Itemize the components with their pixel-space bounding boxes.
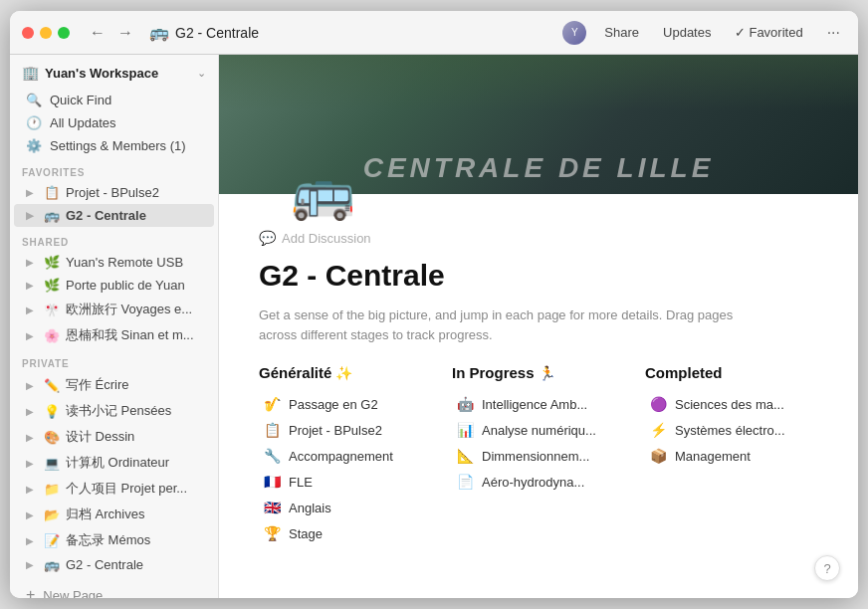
expand-arrow-icon: ▶ [26,187,38,198]
sidebar-item-sinan[interactable]: ▶ 🌸 恩楠和我 Sinan et m... [14,322,214,348]
more-button[interactable]: ··· [821,22,846,44]
expand-arrow-icon-active: ▶ [26,210,38,221]
board-progress-title: In Progress [452,364,535,381]
updates-button[interactable]: Updates [657,22,717,43]
titlebar-actions: Y Share Updates ✓ Favorited ··· [562,21,846,45]
intelligence-icon: 🤖 [456,396,474,412]
sidebar-item-g2-priv[interactable]: ▶ 🚌 G2 - Centrale [14,553,214,576]
sidebar-item-yuan-remote[interactable]: ▶ 🌿 Yuan's Remote USB [14,251,214,274]
nav-buttons: ← → [86,22,137,44]
expand-icon-3: ▶ [26,304,38,315]
ecrire-icon: ✏️ [44,378,60,393]
board-in-progress: In Progress 🏃 🤖 Intelligence Amb... 📊 An… [452,364,625,495]
boards-container: Généralité ✨ 🎷 Passage en G2 📋 Projet - … [259,364,818,546]
sidebar-item-g2-centrale[interactable]: ▶ 🚌 G2 - Centrale [14,204,214,227]
page-area: CENTRALE DE LILLE 🚌 💬 Add Discussion G2 … [219,55,858,598]
expand-icon-2: ▶ [26,280,38,291]
board-completed: Completed 🟣 Sciences des ma... ⚡ Système… [645,364,818,469]
new-page-label: New Page [43,588,103,599]
new-page-button[interactable]: + New Page [14,580,214,598]
expand-icon-1: ▶ [26,257,38,268]
back-button[interactable]: ← [86,22,109,44]
private-section-label: PRIVATE [10,348,218,372]
board-item-projet-bpulse[interactable]: 📋 Projet - BPulse2 [259,417,432,443]
sidebar-item-memos[interactable]: ▶ 📝 备忘录 Mémos [14,527,214,553]
dessin-icon: 🎨 [44,430,60,445]
projet-icon: 📋 [44,185,60,200]
settings-label: Settings & Members (1) [50,138,186,153]
workspace-chevron-icon: ⌄ [197,67,206,80]
page-title-text: G2 - Centrale [175,25,259,41]
close-button[interactable] [22,27,34,39]
board-item-intelligence[interactable]: 🤖 Intelligence Amb... [452,391,625,417]
help-button[interactable]: ? [814,555,840,581]
favorited-button[interactable]: ✓ Favorited [729,22,808,43]
board-item-stage[interactable]: 🏆 Stage [259,520,432,546]
board-item-management[interactable]: 📦 Management [645,443,818,469]
sidebar-item-quick-find[interactable]: 🔍 Quick Find [14,89,214,111]
forward-button[interactable]: → [113,22,137,44]
sidebar-item-porte-public[interactable]: ▶ 🌿 Porte public de Yuan [14,274,214,297]
analyse-label: Analyse numériqu... [482,423,596,438]
sidebar-item-dessin[interactable]: ▶ 🎨 设计 Dessin [14,424,214,450]
sidebar-item-pensees[interactable]: ▶ 💡 读书小记 Pensées [14,398,214,424]
traffic-lights [22,27,70,39]
board-completed-header: Completed [645,364,818,381]
sciences-label: Sciences des ma... [675,397,784,412]
add-discussion-button[interactable]: 💬 Add Discussion [259,226,818,250]
quick-find-label: Quick Find [50,93,111,107]
minimize-button[interactable] [40,27,52,39]
sidebar-item-ordinateur[interactable]: ▶ 💻 计算机 Ordinateur [14,450,214,476]
remote-icon: 🌿 [44,255,60,270]
favorites-section-label: FAVORITES [10,157,218,181]
board-item-fle[interactable]: 🇫🇷 FLE [259,469,432,495]
board-item-accompagnement[interactable]: 🔧 Accompagnement [259,443,432,469]
g2-priv-label: G2 - Centrale [66,557,143,572]
main-content: 🏢 Yuan's Workspace ⌄ 🔍 Quick Find 🕐 All … [10,55,858,598]
board-item-analyse[interactable]: 📊 Analyse numériqu... [452,417,625,443]
board-item-systemes[interactable]: ⚡ Systèmes électro... [645,417,818,443]
board-item-passage[interactable]: 🎷 Passage en G2 [259,391,432,417]
sidebar-item-settings[interactable]: ⚙️ Settings & Members (1) [14,134,214,157]
expand-priv-8: ▶ [26,559,38,570]
sidebar-item-projet-per[interactable]: ▶ 📁 个人项目 Projet per... [14,476,214,502]
g2-icon: 🚌 [44,208,60,223]
workspace-header[interactable]: 🏢 Yuan's Workspace ⌄ [10,55,218,89]
board-item-dimmensionnem[interactable]: 📐 Dimmensionnem... [452,443,625,469]
page-body: 💬 Add Discussion G2 - Centrale Get a sen… [219,218,858,586]
projet-per-label: 个人项目 Projet per... [66,480,187,498]
aero-icon: 📄 [456,474,474,490]
ordinateur-icon: 💻 [44,456,60,471]
sidebar: 🏢 Yuan's Workspace ⌄ 🔍 Quick Find 🕐 All … [10,55,219,598]
board-progress-header: In Progress 🏃 [452,364,625,381]
plus-icon: + [26,586,35,598]
board-item-aero[interactable]: 📄 Aéro-hydrodyna... [452,469,625,495]
ecrire-label: 写作 Écrire [66,376,129,394]
maximize-button[interactable] [58,27,70,39]
management-icon: 📦 [649,448,667,464]
expand-icon-4: ▶ [26,330,38,341]
sidebar-item-all-updates[interactable]: 🕐 All Updates [14,111,214,134]
shared-section-label: SHARED [10,227,218,251]
expand-priv-4: ▶ [26,458,38,469]
board-item-sciences[interactable]: 🟣 Sciences des ma... [645,391,818,417]
sidebar-item-ecrire[interactable]: ▶ ✏️ 写作 Écrire [14,372,214,398]
sciences-icon: 🟣 [649,396,667,412]
memos-label: 备忘录 Mémos [66,531,150,549]
analyse-icon: 📊 [456,422,474,438]
sinan-icon: 🌸 [44,328,60,343]
sidebar-item-archives[interactable]: ▶ 📂 归档 Archives [14,502,214,527]
sidebar-item-voyages[interactable]: ▶ 🎌 欧洲旅行 Voyages e... [14,297,214,322]
clock-icon: 🕐 [26,115,42,130]
pensees-label: 读书小记 Pensées [66,402,171,420]
add-discussion-label: Add Discussion [282,231,371,246]
projet-per-icon: 📁 [44,482,60,497]
sidebar-item-projet-bpulse2[interactable]: ▶ 📋 Projet - BPulse2 [14,181,214,204]
page-title-area: 🚌 G2 - Centrale [149,23,554,42]
systemes-label: Systèmes électro... [675,423,785,438]
share-button[interactable]: Share [598,22,645,43]
passage-icon: 🎷 [263,396,281,412]
accompagnement-icon: 🔧 [263,448,281,464]
board-item-anglais[interactable]: 🇬🇧 Anglais [259,495,432,520]
dessin-label: 设计 Dessin [66,428,134,446]
